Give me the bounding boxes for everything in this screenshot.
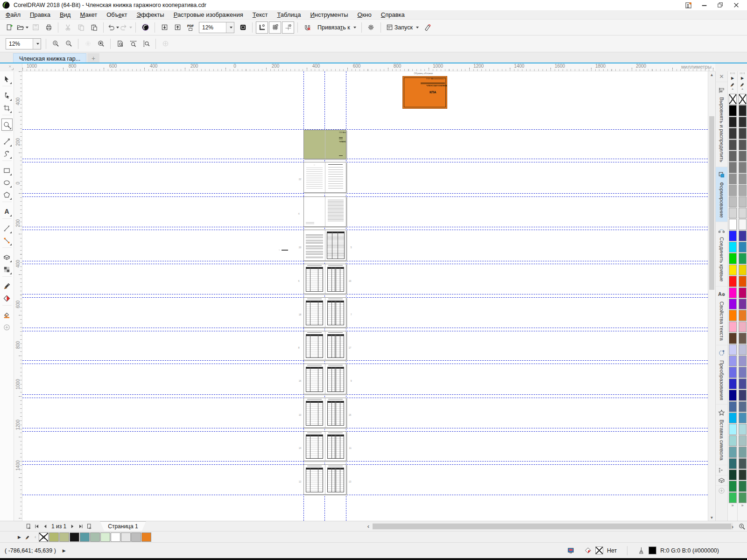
first-page-button[interactable] bbox=[33, 522, 41, 531]
menu-справка[interactable]: Справка bbox=[376, 11, 409, 18]
color-swatch[interactable] bbox=[739, 481, 747, 491]
color-swatch[interactable] bbox=[739, 117, 747, 127]
status-flyout-arrow[interactable]: ▶ bbox=[63, 548, 66, 553]
palette-flyout-arrow[interactable]: ▶ bbox=[738, 75, 747, 81]
page-spread-6-table[interactable]: 187 bbox=[303, 297, 346, 328]
palette-scroll-left[interactable]: ‹ bbox=[35, 534, 36, 539]
zoom-level-combo[interactable]: 12% bbox=[199, 22, 234, 33]
color-swatch[interactable] bbox=[739, 287, 747, 298]
color-swatch[interactable] bbox=[739, 242, 747, 252]
doc-palette-swatch[interactable] bbox=[90, 532, 100, 542]
menu-объект[interactable]: Объект bbox=[102, 11, 132, 18]
color-swatch[interactable] bbox=[739, 356, 747, 366]
connector-tool[interactable] bbox=[1, 234, 13, 246]
color-swatch[interactable] bbox=[739, 378, 747, 389]
drawing-canvas[interactable]: Образец обложки ГСК «Автолюбитель» ЧЛЕНС… bbox=[22, 71, 708, 521]
page-spread-10-table[interactable]: 1411 bbox=[303, 431, 346, 461]
color-swatch[interactable] bbox=[739, 151, 747, 161]
doc-palette-swatch[interactable] bbox=[121, 532, 131, 542]
user-account-icon[interactable] bbox=[685, 2, 692, 9]
customize-toolbox[interactable] bbox=[1, 321, 13, 333]
text-tool[interactable]: А bbox=[1, 205, 13, 217]
paste-button[interactable] bbox=[88, 21, 100, 34]
color-swatch[interactable] bbox=[729, 151, 737, 161]
search-content-button[interactable] bbox=[139, 21, 151, 34]
color-swatch[interactable] bbox=[739, 492, 747, 503]
crop-tool[interactable] bbox=[1, 102, 13, 114]
export-button[interactable] bbox=[171, 21, 183, 34]
add-page-button[interactable] bbox=[24, 522, 33, 531]
zoom-to-selected-button[interactable] bbox=[82, 38, 94, 50]
page-spread-5-table[interactable]: 619 bbox=[303, 264, 346, 294]
color-swatch[interactable] bbox=[729, 424, 737, 434]
pick-tool[interactable] bbox=[1, 73, 13, 85]
color-swatch[interactable] bbox=[739, 162, 747, 173]
color-swatch[interactable] bbox=[729, 276, 737, 287]
copy-button[interactable] bbox=[75, 21, 87, 34]
artistic-media-tool[interactable] bbox=[1, 147, 13, 160]
color-swatch[interactable] bbox=[729, 253, 737, 264]
toggle-rulers-button[interactable] bbox=[256, 21, 268, 34]
zoom-to-page-height-button[interactable] bbox=[140, 38, 152, 50]
doc-palette-swatch[interactable] bbox=[111, 532, 120, 542]
fullscreen-preview-button[interactable] bbox=[237, 21, 249, 34]
page-spread-3-text[interactable]: 4 bbox=[303, 196, 346, 227]
menu-окно[interactable]: Окно bbox=[353, 11, 376, 18]
horizontal-guideline[interactable] bbox=[22, 431, 708, 432]
color-swatch[interactable] bbox=[729, 140, 737, 150]
color-swatch[interactable] bbox=[729, 458, 737, 469]
color-swatch[interactable] bbox=[729, 401, 737, 412]
menu-файл[interactable]: Файл bbox=[1, 11, 25, 18]
page-spread-2-form[interactable]: — 22 bbox=[303, 162, 346, 193]
menu-инструменты[interactable]: Инструменты bbox=[305, 11, 352, 18]
zoom-to-page-button[interactable] bbox=[114, 38, 126, 50]
toggle-guidelines-button[interactable] bbox=[282, 21, 294, 34]
snap-to-menu[interactable]: Привязать к bbox=[314, 21, 358, 34]
display-color-icon[interactable] bbox=[567, 547, 574, 554]
doc-palette-swatch[interactable] bbox=[80, 532, 90, 542]
redo-button[interactable] bbox=[120, 21, 132, 34]
page-spread-4-text-table[interactable]: 205 bbox=[303, 230, 346, 261]
zoom-out-button[interactable] bbox=[63, 38, 75, 50]
color-swatch[interactable] bbox=[729, 185, 737, 196]
horizontal-guideline[interactable] bbox=[22, 294, 708, 294]
color-swatch[interactable] bbox=[739, 185, 747, 196]
horizontal-guideline[interactable] bbox=[22, 196, 708, 197]
page-spread-11-table[interactable]: 1213 bbox=[303, 464, 346, 495]
extrude-tool[interactable] bbox=[1, 251, 13, 263]
color-swatch[interactable] bbox=[729, 219, 737, 230]
doc-palette-swatch[interactable] bbox=[59, 532, 69, 542]
docker-step-repeat[interactable] bbox=[716, 465, 727, 475]
zoom-fit-icon[interactable] bbox=[738, 522, 746, 531]
color-swatch[interactable] bbox=[729, 356, 737, 366]
minimize-button[interactable] bbox=[701, 2, 708, 8]
page-spread-7-table[interactable]: 817 bbox=[303, 331, 346, 360]
previous-page-button[interactable] bbox=[41, 522, 49, 531]
color-swatch[interactable] bbox=[739, 253, 747, 264]
color-swatch-none[interactable] bbox=[729, 94, 737, 105]
color-swatch[interactable] bbox=[739, 469, 747, 480]
horizontal-guideline[interactable] bbox=[22, 461, 708, 462]
color-swatch[interactable] bbox=[739, 231, 747, 241]
doc-palette-none[interactable] bbox=[39, 532, 49, 542]
open-document-button[interactable] bbox=[16, 21, 28, 34]
horizontal-scroll-thumb[interactable] bbox=[373, 524, 731, 529]
print-button[interactable] bbox=[42, 21, 55, 34]
color-swatch[interactable] bbox=[739, 435, 747, 446]
page-tab[interactable]: Страница 1 bbox=[100, 521, 146, 531]
palette-eyedropper-icon[interactable] bbox=[728, 81, 737, 87]
color-swatch[interactable] bbox=[739, 424, 747, 434]
color-swatch[interactable] bbox=[729, 310, 737, 321]
color-swatch[interactable] bbox=[739, 458, 747, 469]
color-swatch[interactable] bbox=[739, 299, 747, 309]
zoom-in-button[interactable] bbox=[49, 38, 62, 50]
horizontal-guideline[interactable] bbox=[22, 230, 708, 230]
menu-правка[interactable]: Правка bbox=[25, 11, 55, 18]
docker-transformations[interactable]: Преобразования bbox=[716, 345, 727, 405]
color-swatch-none[interactable] bbox=[739, 94, 747, 105]
color-swatch[interactable] bbox=[739, 401, 747, 412]
docker-insert-symbol[interactable]: Вставка символа bbox=[716, 404, 727, 464]
docker-join-curves[interactable]: Соединить кривые bbox=[716, 222, 727, 286]
color-swatch[interactable] bbox=[729, 196, 737, 207]
zoom-tool[interactable] bbox=[1, 119, 13, 131]
